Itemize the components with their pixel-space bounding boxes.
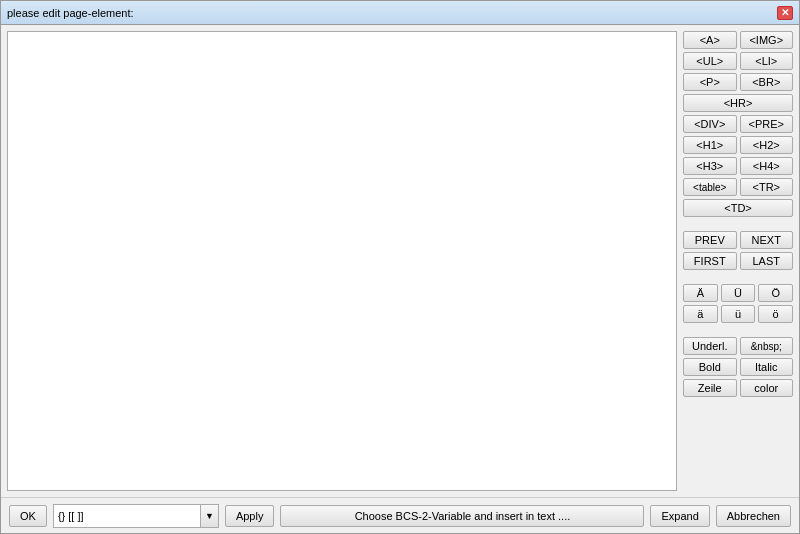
- dropdown-container: ▼: [53, 504, 219, 528]
- btn-h1[interactable]: <H1>: [683, 136, 737, 154]
- btn-underl[interactable]: Underl.: [683, 337, 737, 355]
- btn-zeile[interactable]: Zeile: [683, 379, 737, 397]
- btn-last[interactable]: LAST: [740, 252, 794, 270]
- btn-li[interactable]: <LI>: [740, 52, 794, 70]
- btn-tr[interactable]: <TR>: [740, 178, 794, 196]
- btn-div[interactable]: <DIV>: [683, 115, 737, 133]
- btn-row-9: <TD>: [683, 199, 793, 217]
- btn-italic[interactable]: Italic: [740, 358, 794, 376]
- btn-table[interactable]: <table>: [683, 178, 737, 196]
- choose-variable-button[interactable]: Choose BCS-2-Variable and insert in text…: [280, 505, 644, 527]
- btn-h4[interactable]: <H4>: [740, 157, 794, 175]
- btn-row-nav2: FIRST LAST: [683, 252, 793, 270]
- cancel-button[interactable]: Abbrechen: [716, 505, 791, 527]
- btn-OU[interactable]: Ö: [758, 284, 793, 302]
- btn-td[interactable]: <TD>: [683, 199, 793, 217]
- apply-button[interactable]: Apply: [225, 505, 275, 527]
- btn-row-umlaut2: ä ü ö: [683, 305, 793, 323]
- btn-row-format3: Zeile color: [683, 379, 793, 397]
- btn-color[interactable]: color: [740, 379, 794, 397]
- btn-row-8: <table> <TR>: [683, 178, 793, 196]
- btn-first[interactable]: FIRST: [683, 252, 737, 270]
- btn-row-umlaut1: Ä Ü Ö: [683, 284, 793, 302]
- bottom-bar: OK ▼ Apply Choose BCS-2-Variable and ins…: [1, 497, 799, 533]
- btn-AU[interactable]: Ä: [683, 284, 718, 302]
- btn-row-6: <H1> <H2>: [683, 136, 793, 154]
- btn-prev[interactable]: PREV: [683, 231, 737, 249]
- window-title: please edit page-element:: [7, 7, 134, 19]
- btn-row-5: <DIV> <PRE>: [683, 115, 793, 133]
- close-button[interactable]: ✕: [777, 6, 793, 20]
- btn-ul[interactable]: <UL>: [683, 52, 737, 70]
- btn-row-7: <H3> <H4>: [683, 157, 793, 175]
- btn-UU[interactable]: Ü: [721, 284, 756, 302]
- btn-row-4: <HR>: [683, 94, 793, 112]
- expand-button[interactable]: Expand: [650, 505, 709, 527]
- btn-row-nav1: PREV NEXT: [683, 231, 793, 249]
- btn-hr[interactable]: <HR>: [683, 94, 793, 112]
- btn-row-2: <UL> <LI>: [683, 52, 793, 70]
- main-content: <A> <IMG> <UL> <LI> <P> <BR> <HR> <DIV> …: [1, 25, 799, 497]
- btn-br[interactable]: <BR>: [740, 73, 794, 91]
- btn-h2[interactable]: <H2>: [740, 136, 794, 154]
- btn-p[interactable]: <P>: [683, 73, 737, 91]
- btn-row-1: <A> <IMG>: [683, 31, 793, 49]
- btn-row-3: <P> <BR>: [683, 73, 793, 91]
- btn-row-format2: Bold Italic: [683, 358, 793, 376]
- dropdown-arrow[interactable]: ▼: [201, 504, 219, 528]
- btn-row-format1: Underl. &nbsp;: [683, 337, 793, 355]
- dropdown-input[interactable]: [53, 504, 201, 528]
- btn-ol[interactable]: ö: [758, 305, 793, 323]
- main-window: please edit page-element: ✕ <A> <IMG> <U…: [0, 0, 800, 534]
- right-panel: <A> <IMG> <UL> <LI> <P> <BR> <HR> <DIV> …: [683, 31, 793, 491]
- btn-ul[interactable]: ü: [721, 305, 756, 323]
- btn-a[interactable]: <A>: [683, 31, 737, 49]
- btn-img[interactable]: <IMG>: [740, 31, 794, 49]
- text-area-container: [7, 31, 677, 491]
- btn-bold[interactable]: Bold: [683, 358, 737, 376]
- title-bar: please edit page-element: ✕: [1, 1, 799, 25]
- btn-next[interactable]: NEXT: [740, 231, 794, 249]
- btn-al[interactable]: ä: [683, 305, 718, 323]
- btn-h3[interactable]: <H3>: [683, 157, 737, 175]
- ok-button[interactable]: OK: [9, 505, 47, 527]
- btn-nbsp[interactable]: &nbsp;: [740, 337, 794, 355]
- edit-textarea[interactable]: [7, 31, 677, 491]
- btn-pre[interactable]: <PRE>: [740, 115, 794, 133]
